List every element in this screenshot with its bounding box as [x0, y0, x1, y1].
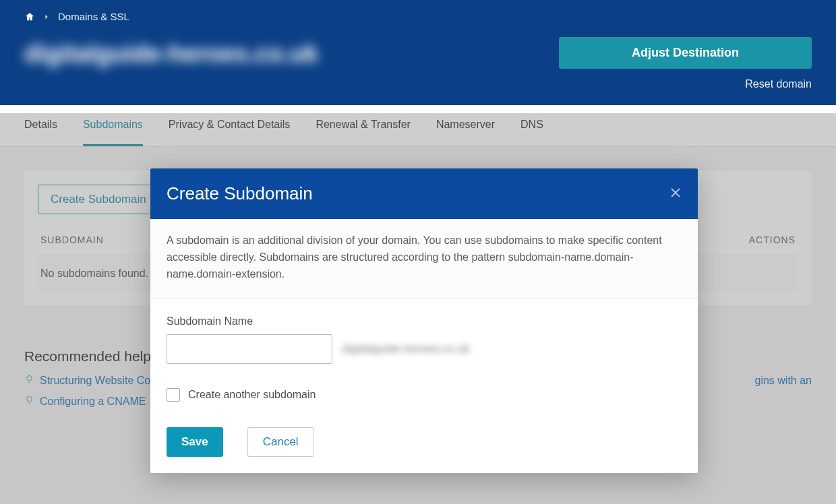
create-another-label: Create another subdomain	[188, 389, 316, 401]
save-button[interactable]: Save	[167, 427, 223, 457]
chevron-right-icon	[43, 13, 50, 20]
create-subdomain-modal: Create Subdomain A subdomain is an addit…	[150, 168, 698, 473]
breadcrumb: Domains & SSL	[24, 11, 812, 22]
subdomain-name-label: Subdomain Name	[167, 315, 682, 327]
domain-title: digitalguide-heroes.co.uk	[24, 37, 318, 71]
cancel-button[interactable]: Cancel	[247, 427, 314, 457]
adjust-destination-button[interactable]: Adjust Destination	[559, 37, 812, 69]
reset-domain-link[interactable]: Reset domain	[745, 78, 812, 90]
modal-header: Create Subdomain	[150, 168, 698, 219]
subdomain-name-input[interactable]	[167, 334, 332, 364]
page-header: Domains & SSL digitalguide-heroes.co.uk …	[0, 0, 836, 105]
modal-description: A subdomain is an additional division of…	[150, 219, 698, 299]
breadcrumb-current[interactable]: Domains & SSL	[58, 11, 129, 22]
domain-suffix: .digitalguide-heroes.co.uk	[339, 342, 470, 356]
modal-title: Create Subdomain	[167, 183, 313, 204]
close-icon[interactable]	[669, 187, 682, 201]
home-icon[interactable]	[24, 11, 35, 22]
create-another-checkbox[interactable]	[167, 388, 180, 402]
